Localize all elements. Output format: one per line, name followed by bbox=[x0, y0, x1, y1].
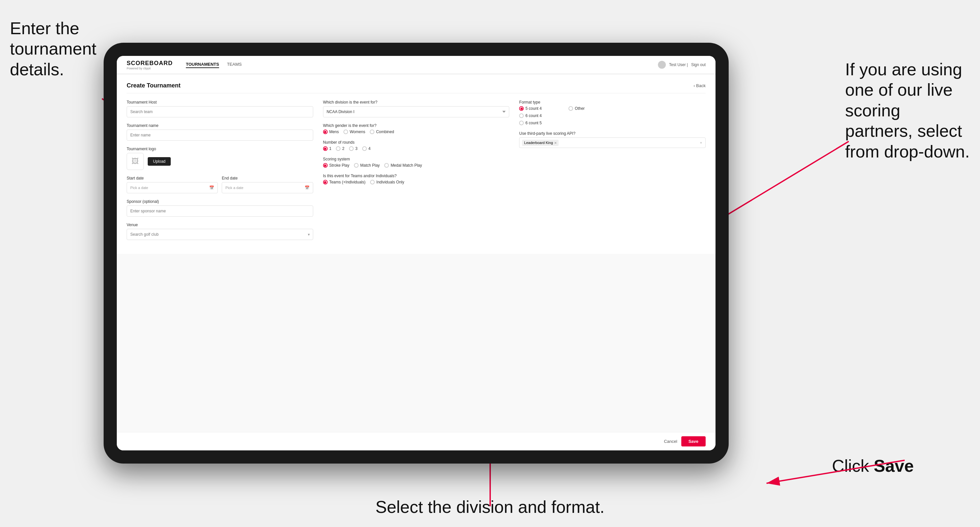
rounds-4[interactable]: 4 bbox=[362, 146, 371, 151]
user-avatar bbox=[658, 61, 666, 69]
format-col-left-3: 6 count 5 bbox=[519, 121, 565, 125]
save-button[interactable]: Save bbox=[681, 436, 706, 446]
chip-close-icon[interactable]: × bbox=[554, 140, 557, 145]
navbar: SCOREBOARD Powered by clippit TOURNAMENT… bbox=[117, 56, 716, 74]
sign-out-link[interactable]: Sign out bbox=[691, 62, 706, 67]
back-link[interactable]: Back bbox=[694, 83, 706, 88]
tablet-screen: SCOREBOARD Powered by clippit TOURNAMENT… bbox=[117, 56, 716, 451]
division-select[interactable]: NCAA Division I bbox=[323, 106, 509, 117]
nav-tournaments[interactable]: TOURNAMENTS bbox=[186, 62, 219, 68]
format-6count5-radio[interactable] bbox=[519, 121, 524, 125]
form-group-live-scoring: Use third-party live scoring API? Leader… bbox=[519, 131, 706, 148]
annotation-bottom-center: Select the division and format. bbox=[375, 497, 605, 517]
scoring-match[interactable]: Match Play bbox=[354, 163, 380, 168]
gender-mens-radio[interactable] bbox=[323, 130, 328, 134]
rounds-2-radio[interactable] bbox=[336, 146, 340, 151]
format-other-radio[interactable] bbox=[568, 106, 573, 111]
form-title: Create Tournament bbox=[127, 82, 181, 89]
rounds-2[interactable]: 2 bbox=[336, 146, 344, 151]
col-format: Format type 5 count 4 bbox=[519, 100, 706, 246]
venue-label: Venue bbox=[127, 222, 313, 227]
navbar-brand: SCOREBOARD Powered by clippit bbox=[127, 60, 173, 70]
start-date-input[interactable]: Pick a date 📅 bbox=[127, 182, 218, 193]
end-date-input[interactable]: Pick a date 📅 bbox=[222, 182, 313, 193]
rounds-radio-group: 1 2 3 bbox=[323, 146, 509, 151]
scoring-medal-radio[interactable] bbox=[384, 163, 389, 168]
rounds-4-radio[interactable] bbox=[362, 146, 367, 151]
scoring-stroke-radio[interactable] bbox=[323, 163, 328, 168]
rounds-3-radio[interactable] bbox=[349, 146, 354, 151]
brand-title: SCOREBOARD bbox=[127, 60, 173, 67]
form-group-host: Tournament Host bbox=[127, 100, 313, 117]
form-group-gender: Which gender is the event for? Mens Wome… bbox=[323, 123, 509, 134]
teams-individuals[interactable]: Individuals Only bbox=[370, 180, 404, 184]
gender-womens[interactable]: Womens bbox=[344, 130, 365, 134]
end-date-label: End date bbox=[222, 176, 313, 181]
navbar-links: TOURNAMENTS TEAMS bbox=[186, 62, 242, 68]
gender-combined-radio[interactable] bbox=[370, 130, 374, 134]
teams-teams[interactable]: Teams (+Individuals) bbox=[323, 180, 366, 184]
rounds-3[interactable]: 3 bbox=[349, 146, 358, 151]
calendar-icon-start: 📅 bbox=[209, 186, 214, 190]
rounds-1-radio[interactable] bbox=[323, 146, 328, 151]
scoring-match-radio[interactable] bbox=[354, 163, 359, 168]
annotation-top-left: Enter the tournament details. bbox=[10, 18, 102, 79]
form-columns: Tournament Host Tournament name Tourname… bbox=[127, 100, 706, 246]
format-6count5[interactable]: 6 count 5 bbox=[519, 121, 565, 125]
sponsor-input[interactable] bbox=[127, 205, 313, 217]
form-group-format-type: Format type 5 count 4 bbox=[519, 100, 706, 125]
live-scoring-label: Use third-party live scoring API? bbox=[519, 131, 706, 136]
format-5count4-radio[interactable] bbox=[519, 106, 524, 111]
bottom-bar: Cancel Save bbox=[117, 432, 716, 451]
image-icon: 🖼 bbox=[132, 157, 139, 166]
brand-subtitle: Powered by clippit bbox=[127, 67, 173, 70]
nav-teams[interactable]: TEAMS bbox=[227, 62, 242, 68]
form-group-division: Which division is the event for? NCAA Di… bbox=[323, 100, 509, 117]
format-5count4[interactable]: 5 count 4 bbox=[519, 106, 565, 111]
format-col-left-2: 6 count 4 bbox=[519, 113, 565, 118]
teams-teams-radio[interactable] bbox=[323, 180, 328, 184]
form-group-rounds: Number of rounds 1 2 bbox=[323, 140, 509, 151]
format-6count4-radio[interactable] bbox=[519, 113, 524, 118]
gender-combined[interactable]: Combined bbox=[370, 130, 394, 134]
name-input[interactable] bbox=[127, 130, 313, 141]
form-group-scoring: Scoring system Stroke Play Match Play bbox=[323, 157, 509, 168]
upload-button[interactable]: Upload bbox=[148, 157, 171, 166]
form-group-teams: Is this event for Teams and/or Individua… bbox=[323, 174, 509, 184]
live-scoring-chip: Leaderboard King × bbox=[522, 140, 558, 146]
host-input[interactable] bbox=[127, 106, 313, 117]
format-row-1: 5 count 4 Other bbox=[519, 106, 706, 111]
scoring-stroke[interactable]: Stroke Play bbox=[323, 163, 349, 168]
logo-label: Tournament logo bbox=[127, 147, 313, 151]
format-col-left-1: 5 count 4 bbox=[519, 106, 565, 111]
form-content: Create Tournament Back Tournament Host T… bbox=[117, 74, 716, 432]
name-label: Tournament name bbox=[127, 123, 313, 128]
form-container: Create Tournament Back Tournament Host T… bbox=[117, 74, 716, 254]
gender-radio-group: Mens Womens Combined bbox=[323, 130, 509, 134]
scoring-medal[interactable]: Medal Match Play bbox=[384, 163, 422, 168]
date-row: Start date Pick a date 📅 End date bbox=[127, 176, 313, 193]
teams-individuals-radio[interactable] bbox=[370, 180, 375, 184]
format-row-2: 6 count 4 bbox=[519, 113, 706, 118]
gender-mens[interactable]: Mens bbox=[323, 130, 339, 134]
host-label: Tournament Host bbox=[127, 100, 313, 105]
venue-input[interactable] bbox=[127, 229, 313, 240]
form-group-venue: Venue ▼ bbox=[127, 222, 313, 240]
end-date-group: End date Pick a date 📅 bbox=[222, 176, 313, 193]
form-group-sponsor: Sponsor (optional) bbox=[127, 199, 313, 217]
live-scoring-input[interactable]: Leaderboard King × ▼ bbox=[519, 137, 706, 148]
format-type-label: Format type bbox=[519, 100, 706, 105]
format-other[interactable]: Other bbox=[568, 106, 706, 111]
form-group-dates: Start date Pick a date 📅 End date bbox=[127, 176, 313, 193]
cancel-button[interactable]: Cancel bbox=[664, 439, 677, 444]
rounds-1[interactable]: 1 bbox=[323, 146, 332, 151]
format-col-right-1: Other bbox=[568, 106, 706, 111]
gender-womens-radio[interactable] bbox=[344, 130, 348, 134]
sponsor-label: Sponsor (optional) bbox=[127, 199, 313, 204]
format-6count4[interactable]: 6 count 4 bbox=[519, 113, 565, 118]
form-header: Create Tournament Back bbox=[127, 82, 706, 94]
start-date-label: Start date bbox=[127, 176, 218, 181]
gender-label: Which gender is the event for? bbox=[323, 123, 509, 128]
scoring-label: Scoring system bbox=[323, 157, 509, 162]
chip-dropdown-icon[interactable]: ▼ bbox=[699, 141, 703, 144]
